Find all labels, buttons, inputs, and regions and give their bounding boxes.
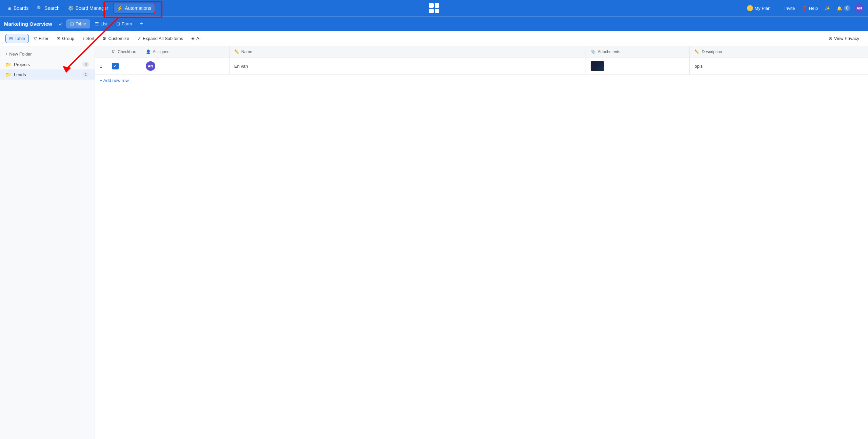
sort-button[interactable]: ↕ Sort (79, 34, 98, 43)
settings-icon: ✨ (825, 6, 830, 11)
privacy-icon: ⊙ (829, 36, 832, 41)
sidebar: + New Folder 📁 Projects 4 📁 Leads 1 (0, 46, 95, 439)
ai-button[interactable]: ◈ AI (188, 34, 204, 43)
ai-icon: ◈ (191, 36, 195, 41)
view-tabs: ⊞ Table ☰ List ⊞ Form + (66, 19, 146, 29)
sidebar-label-leads: Leads (14, 72, 26, 77)
myplan-button[interactable]: My Plan (744, 3, 773, 13)
folder-icon: 📁 (5, 62, 11, 67)
myplan-icon (747, 5, 753, 11)
sort-icon: ↕ (82, 36, 85, 41)
automations-button[interactable]: ⚡ Automations (113, 3, 155, 14)
user-avatar[interactable]: AN (854, 3, 864, 13)
checkbox-cell[interactable]: ✓ (107, 58, 141, 75)
group-button[interactable]: ⊡ Group (53, 34, 78, 43)
gear-icon: ⚙️ (68, 5, 74, 11)
main-layout: + New Folder 📁 Projects 4 📁 Leads 1 (0, 46, 868, 439)
attachments-header-icon: 📎 (591, 49, 596, 54)
filter-icon: ▽ (34, 36, 37, 41)
checkbox-column-header[interactable]: ☑ Checkbox (107, 46, 141, 58)
sidebar-label-projects: Projects (14, 62, 30, 67)
board-manager-button[interactable]: ⚙️ Board Manager (64, 3, 112, 13)
add-new-row-button[interactable]: + Add new row (95, 75, 134, 86)
assignee-header-icon: 👤 (146, 49, 151, 54)
settings-button[interactable]: ✨ (822, 4, 833, 13)
board-title: Marketing Overview (4, 21, 52, 27)
sidebar-item-leads[interactable]: 📁 Leads 1 (0, 69, 95, 80)
list-icon: ☰ (95, 21, 99, 26)
help-button[interactable]: ❓ Help (799, 4, 821, 13)
add-view-button[interactable]: + (137, 19, 146, 29)
form-icon: ⊞ (116, 21, 120, 26)
attachments-column-header[interactable]: 📎 Attachments (586, 46, 690, 58)
sidebar-item-projects[interactable]: 📁 Projects 4 (0, 59, 95, 69)
view-privacy-button[interactable]: ⊙ View Privacy (825, 34, 863, 43)
top-nav-right: My Plan 👤 Invite ❓ Help ✨ 🔔 0 AN (744, 3, 864, 13)
table-header-row: ☑ Checkbox 👤 Assignee ✏️ Name (95, 46, 868, 58)
new-folder-button[interactable]: + New Folder (0, 49, 95, 59)
tab-table[interactable]: ⊞ Table (66, 19, 90, 28)
attachment-thumbnail[interactable] (591, 61, 604, 71)
boards-icon: ⊞ (7, 5, 12, 11)
customize-button[interactable]: ⚙ Customize (99, 34, 132, 43)
table-row: 1 ✓ AN En van (95, 58, 868, 75)
assignee-cell: AN (141, 58, 229, 75)
leads-badge: 1 (82, 72, 89, 77)
search-button[interactable]: 🔍 Search (33, 3, 63, 13)
description-cell[interactable]: opis (690, 58, 868, 75)
content-area: ☑ Checkbox 👤 Assignee ✏️ Name (95, 46, 868, 439)
help-icon: ❓ (802, 6, 807, 11)
notifications-badge: 0 (844, 5, 850, 11)
top-nav: ⊞ Boards 🔍 Search ⚙️ Board Manager ⚡ Aut… (0, 0, 868, 16)
toolbar-right: ⊙ View Privacy (825, 34, 863, 43)
collapse-sidebar-button[interactable]: « (56, 20, 65, 28)
folder-icon-leads: 📁 (5, 72, 11, 77)
row-number-header (95, 46, 107, 58)
boards-button[interactable]: ⊞ Boards (4, 3, 32, 13)
assignee-column-header[interactable]: 👤 Assignee (141, 46, 229, 58)
expand-icon: ⤢ (137, 36, 141, 41)
invite-icon: 👤 (777, 6, 783, 11)
table-view-button[interactable]: ⊞ Table (5, 34, 29, 43)
automations-icon: ⚡ (117, 5, 123, 11)
tab-list[interactable]: ☰ List (91, 19, 112, 28)
table-toolbar-icon: ⊞ (9, 36, 13, 41)
search-icon: 🔍 (37, 5, 42, 11)
row-number-cell: 1 (95, 58, 107, 75)
data-table: ☑ Checkbox 👤 Assignee ✏️ Name (95, 46, 868, 75)
logo-center (429, 3, 439, 13)
group-icon: ⊡ (57, 36, 60, 41)
new-folder-label: + New Folder (5, 51, 32, 57)
name-cell[interactable]: En van (229, 58, 586, 75)
customize-icon: ⚙ (102, 36, 106, 41)
attachment-cell[interactable] (586, 58, 690, 75)
top-nav-left: ⊞ Boards 🔍 Search ⚙️ Board Manager ⚡ Aut… (4, 3, 155, 14)
toolbar: ⊞ Table ▽ Filter ⊡ Group ↕ Sort ⚙ Custom… (0, 31, 868, 46)
description-column-header[interactable]: ✏️ Description (690, 46, 868, 58)
projects-badge: 4 (82, 62, 89, 67)
assignee-avatar: AN (146, 61, 155, 71)
bell-icon: 🔔 (837, 6, 842, 11)
checkbox-header-icon: ☑ (112, 49, 116, 54)
tab-form[interactable]: ⊞ Form (112, 19, 136, 28)
description-header-icon: ✏️ (694, 49, 699, 54)
checkbox-checked-icon[interactable]: ✓ (112, 63, 119, 69)
name-header-icon: ✏️ (234, 49, 239, 54)
expand-subitems-button[interactable]: ⤢ Expand All Subitems (134, 34, 186, 43)
board-title-bar: Marketing Overview « ⊞ Table ☰ List ⊞ Fo… (0, 16, 868, 31)
table-icon: ⊞ (70, 21, 74, 26)
invite-button[interactable]: 👤 Invite (774, 4, 797, 13)
name-column-header[interactable]: ✏️ Name (229, 46, 586, 58)
filter-button[interactable]: ▽ Filter (30, 34, 52, 43)
app-logo (429, 3, 439, 13)
notifications-button[interactable]: 🔔 0 (834, 4, 853, 13)
